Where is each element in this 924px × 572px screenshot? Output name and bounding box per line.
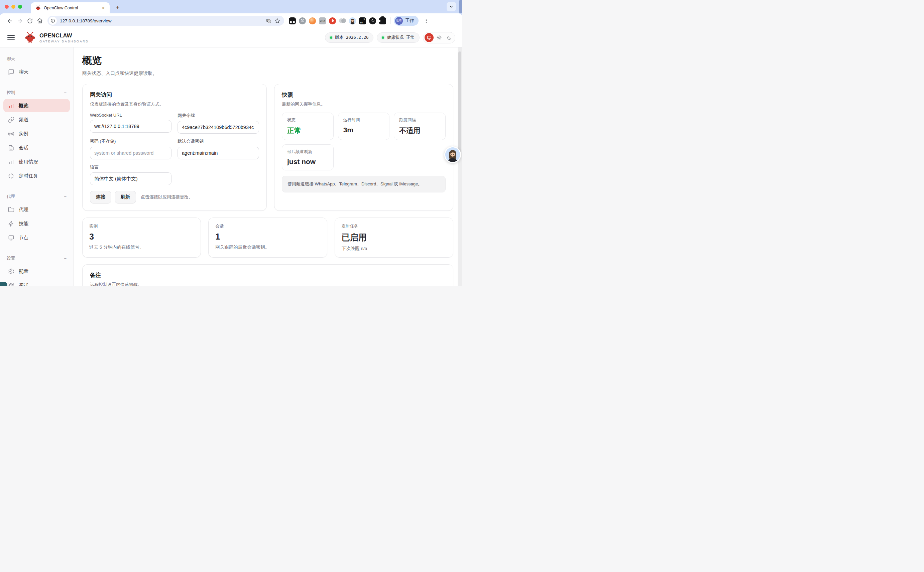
session-key-input[interactable] xyxy=(178,147,259,159)
extension-adblock-icon[interactable] xyxy=(329,17,336,24)
tab-search-button[interactable] xyxy=(447,2,456,11)
extension-eyes-icon[interactable] xyxy=(289,17,296,24)
sidebar-item-nodes[interactable]: 节点 xyxy=(3,231,70,244)
section-title: 控制 xyxy=(7,90,15,96)
extension-crx-icon[interactable]: CRX xyxy=(319,17,326,24)
language-label: 语言 xyxy=(90,164,171,170)
monitor-icon xyxy=(8,235,14,241)
forward-button[interactable] xyxy=(15,16,25,26)
snapshot-card-subtitle: 最新的网关握手信息。 xyxy=(282,101,446,107)
main-content: 概览 网关状态、入口点和快速健康读取。 网关访问 仪表板连接的位置及其身份验证方… xyxy=(73,47,462,286)
tab-close-icon[interactable]: × xyxy=(100,5,106,11)
window-edge xyxy=(459,0,462,13)
connect-button[interactable]: 连接 xyxy=(90,191,111,204)
sidebar-section-chat: 聊天− 聊天 xyxy=(0,52,73,79)
url-text[interactable]: 127.0.0.1:18789/overview xyxy=(60,19,264,23)
refresh-button[interactable]: 刷新 xyxy=(115,191,136,204)
floating-assistant-avatar[interactable] xyxy=(444,146,461,163)
sidebar-item-config[interactable]: 配置 xyxy=(3,264,70,278)
page-title: 概览 xyxy=(82,54,453,67)
gateway-access-card: 网关访问 仪表板连接的位置及其身份验证方式。 WebSocket URL 网关令… xyxy=(82,84,267,211)
maximize-window-button[interactable] xyxy=(18,5,22,9)
gateway-token-input[interactable] xyxy=(178,121,259,134)
version-badge: 版本 2026.2.26 xyxy=(325,33,373,43)
profile-avatar: 世奇 xyxy=(395,17,403,25)
section-collapse-icon[interactable]: − xyxy=(64,90,67,95)
sidebar-item-chat[interactable]: 聊天 xyxy=(3,65,70,79)
extension-command-icon[interactable]: ⌘ xyxy=(299,17,306,24)
tab-title: OpenClaw Control xyxy=(44,6,100,10)
section-collapse-icon[interactable]: − xyxy=(64,194,67,199)
version-status-dot xyxy=(330,36,332,39)
window-controls[interactable] xyxy=(5,5,22,9)
snapshot-tile-status: 状态 正常 xyxy=(282,113,333,140)
sidebar-item-cron[interactable]: 定时任务 xyxy=(3,169,70,182)
chevron-down-icon xyxy=(449,4,453,9)
section-title: 设置 xyxy=(7,256,15,261)
sidebar-item-usage[interactable]: 使用情况 xyxy=(3,155,70,168)
sidebar-item-instances[interactable]: 实例 xyxy=(3,127,70,140)
websocket-url-input[interactable] xyxy=(90,120,171,133)
browser-toolbar: 127.0.0.1:18789/overview G文 ⌘ CRX 英en xyxy=(0,13,462,28)
connect-hint: 点击连接以应用连接更改。 xyxy=(141,194,193,200)
section-collapse-icon[interactable]: − xyxy=(64,56,67,62)
section-collapse-icon[interactable]: − xyxy=(64,256,67,261)
tab-strip: OpenClaw Control × + xyxy=(0,0,462,13)
snapshot-status-value: 正常 xyxy=(287,126,328,135)
theme-system-button[interactable] xyxy=(425,33,433,42)
notes-card-title: 备注 xyxy=(90,272,446,279)
sidebar-item-skills[interactable]: 技能 xyxy=(3,217,70,230)
gateway-dashboard-app: OPENCLAW GATEWAY DASHBOARD 版本 2026.2.26 … xyxy=(0,28,462,286)
bug-icon xyxy=(8,282,14,286)
language-select[interactable]: 简体中文 (简体中文) xyxy=(90,173,171,185)
brand-title: OPENCLAW xyxy=(39,33,89,39)
extension-undo-icon[interactable] xyxy=(369,17,376,24)
site-favicon-icon xyxy=(36,5,41,11)
site-info-icon[interactable] xyxy=(49,17,57,25)
sidebar-toggle-button[interactable] xyxy=(7,32,19,44)
browser-chrome: OpenClaw Control × + 127.0.0.1:18789/ove… xyxy=(0,0,462,28)
reload-button[interactable] xyxy=(25,16,35,26)
scrollbar-thumb[interactable] xyxy=(458,51,461,152)
extension-translate-en-icon[interactable]: 英en xyxy=(359,17,366,24)
browser-tab[interactable]: OpenClaw Control × xyxy=(31,2,110,13)
extension-circles-icon[interactable] xyxy=(339,17,346,24)
instances-card: 实例 3 过去 5 分钟内的在线信号。 xyxy=(82,218,201,258)
profile-chip[interactable]: 世奇 工作 xyxy=(394,16,419,26)
new-tab-button[interactable]: + xyxy=(113,3,122,12)
home-button[interactable] xyxy=(35,16,45,26)
link-icon xyxy=(8,117,14,123)
sidebar-item-overview[interactable]: 概览 xyxy=(3,99,70,112)
page-scrollbar[interactable] xyxy=(458,47,462,286)
openclaw-logo-icon xyxy=(24,31,36,44)
health-badge: 健康状况 正常 xyxy=(377,33,419,43)
browser-menu-button[interactable] xyxy=(421,16,431,26)
address-bar[interactable]: 127.0.0.1:18789/overview G文 xyxy=(47,16,284,26)
snapshot-tile-uptime: 运行时间 3m xyxy=(338,113,390,140)
sidebar-item-agents[interactable]: 代理 xyxy=(3,203,70,216)
theme-dark-button[interactable] xyxy=(445,33,453,42)
extension-orange-icon[interactable] xyxy=(309,17,316,24)
extension-clipboard-icon[interactable] xyxy=(379,17,386,24)
sidebar-section-agents: 代理− 代理 技能 节点 xyxy=(0,190,73,244)
extension-avatar-icon[interactable] xyxy=(349,17,356,24)
translate-icon[interactable]: G文 xyxy=(264,16,273,25)
theme-light-button[interactable] xyxy=(435,33,444,42)
brand-subtitle: GATEWAY DASHBOARD xyxy=(39,39,89,43)
section-title: 聊天 xyxy=(7,56,15,62)
broadcast-icon xyxy=(8,131,14,137)
svg-text:文: 文 xyxy=(268,20,270,22)
close-window-button[interactable] xyxy=(5,5,9,9)
sidebar-item-channels[interactable]: 频道 xyxy=(3,113,70,126)
gateway-token-label: 网关令牌 xyxy=(178,113,259,119)
sidebar-item-debug[interactable]: 调试 xyxy=(3,279,70,286)
back-button[interactable] xyxy=(5,16,15,26)
sidebar-item-sessions[interactable]: 会话 xyxy=(3,141,70,154)
gateway-card-title: 网关访问 xyxy=(90,91,259,99)
snapshot-card: 快照 最新的网关握手信息。 状态 正常 运行时间 3m 刻度间隔 xyxy=(274,84,453,211)
zap-icon xyxy=(8,221,14,227)
bookmark-star-icon[interactable] xyxy=(273,16,282,25)
page-subtitle: 网关状态、入口点和快速健康读取。 xyxy=(82,70,453,76)
password-input[interactable] xyxy=(90,147,171,159)
minimize-window-button[interactable] xyxy=(11,5,16,9)
